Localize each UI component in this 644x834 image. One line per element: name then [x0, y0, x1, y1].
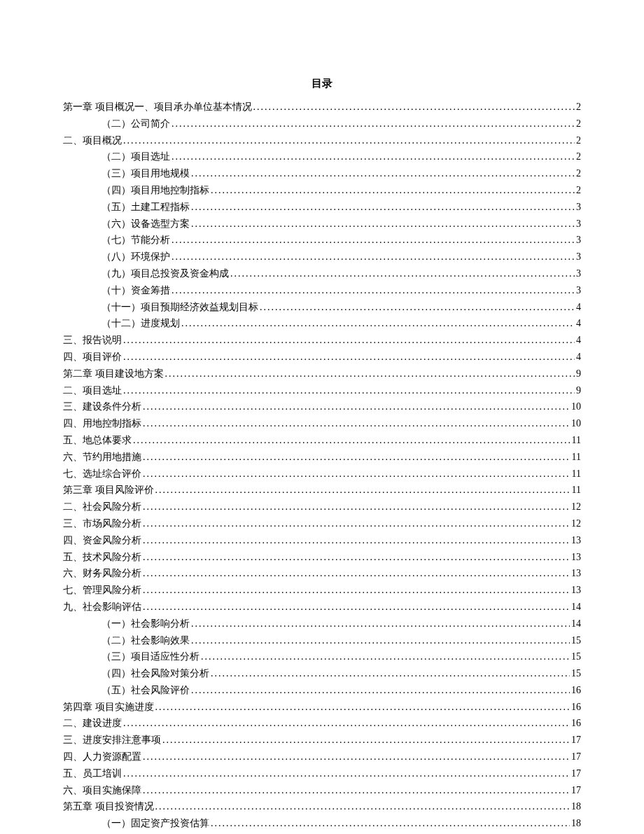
toc-entry-page: 3 — [576, 199, 581, 216]
toc-entry-label: 五、员工培训 — [63, 765, 122, 782]
toc-entry: （五）社会风险评价16 — [63, 682, 581, 699]
toc-entry: （八）环境保护3 — [63, 249, 581, 265]
toc-entry-label: （一）社会影响分析 — [102, 616, 190, 632]
toc-entry: （四）社会风险对策分析15 — [63, 665, 581, 682]
toc-entry: （二）公司简介2 — [63, 116, 581, 132]
toc-entry: 第一章 项目概况一、项目承办单位基本情况2 — [63, 99, 581, 116]
toc-entry: 六、项目实施保障17 — [63, 782, 581, 799]
toc-dots — [123, 715, 570, 732]
toc-entry-page: 2 — [576, 116, 581, 132]
toc-entry-label: （十一）项目预期经济效益规划目标 — [102, 299, 258, 316]
toc-entry: 九、社会影响评估14 — [63, 599, 581, 616]
toc-entry-label: 五、技术风险分析 — [63, 549, 141, 566]
toc-dots — [143, 582, 570, 599]
toc-entry: （十）资金筹措3 — [63, 282, 581, 299]
toc-entry-page: 16 — [571, 682, 581, 699]
toc-entry: 五、地总体要求11 — [63, 432, 581, 449]
toc-entry-label: 四、人力资源配置 — [63, 749, 141, 765]
toc-entry-page: 3 — [576, 216, 581, 232]
toc-entry-label: （十）资金筹措 — [102, 282, 170, 299]
toc-entry: （六）设备选型方案3 — [63, 216, 581, 232]
toc-dots — [155, 798, 570, 815]
toc-entry-label: （一）固定资产投资估算 — [102, 815, 209, 832]
toc-entry-page: 16 — [571, 699, 581, 716]
toc-dots — [143, 499, 570, 515]
toc-entry-page: 4 — [576, 349, 581, 366]
toc-entry-page: 15 — [571, 648, 581, 665]
toc-dots — [143, 532, 570, 549]
toc-entry-page: 12 — [571, 515, 581, 532]
toc-dots — [211, 665, 570, 682]
toc-entry: 三、市场风险分析12 — [63, 515, 581, 532]
toc-entry-label: （九）项目总投资及资金构成 — [102, 265, 229, 282]
toc-entry-label: 三、进度安排注意事项 — [63, 732, 161, 749]
toc-entry-page: 18 — [571, 798, 581, 815]
toc-entry-label: （七）节能分析 — [102, 232, 170, 249]
toc-entry-label: 四、项目评价 — [63, 349, 122, 366]
toc-entry: 二、社会风险分析12 — [63, 499, 581, 515]
toc-dots — [211, 815, 570, 832]
toc-entry: 第四章 项目实施进度16 — [63, 699, 581, 716]
toc-entry-page: 17 — [571, 765, 581, 782]
toc-entry-label: 第一章 项目概况一、项目承办单位基本情况 — [63, 99, 252, 116]
toc-entry-label: 第四章 项目实施进度 — [63, 699, 154, 716]
toc-entry-page: 11 — [572, 466, 581, 482]
toc-dots — [143, 565, 570, 582]
toc-entry-page: 13 — [571, 582, 581, 599]
toc-entry-page: 17 — [571, 732, 581, 749]
toc-entry: 二、项目概况2 — [63, 132, 581, 149]
toc-entry-page: 10 — [571, 415, 581, 432]
toc-dots — [165, 366, 575, 382]
toc-title: 目录 — [63, 77, 581, 90]
toc-entry: （一）固定资产投资估算18 — [63, 815, 581, 832]
toc-entry-label: （三）项目适应性分析 — [102, 648, 200, 665]
toc-entry-page: 17 — [571, 782, 581, 799]
toc-entry-page: 3 — [576, 232, 581, 249]
toc-entry-label: （二）公司简介 — [102, 116, 170, 132]
toc-entry-label: （四）项目用地控制指标 — [102, 182, 209, 199]
toc-entry-label: （十二）进度规划 — [102, 315, 180, 332]
toc-entry-page: 4 — [576, 332, 581, 349]
toc-dots — [133, 432, 570, 449]
toc-entry-page: 4 — [576, 299, 581, 316]
toc-entry-page: 3 — [576, 249, 581, 265]
toc-dots — [123, 132, 575, 149]
toc-entry-page: 2 — [576, 165, 581, 182]
toc-dots — [191, 682, 570, 699]
toc-entry-page: 10 — [571, 398, 581, 415]
toc-entry-page: 13 — [571, 565, 581, 582]
toc-entry-page: 11 — [572, 482, 581, 499]
toc-entry-page: 2 — [576, 99, 581, 116]
toc-entry-page: 18 — [571, 815, 581, 832]
toc-entry: （三）项目适应性分析15 — [63, 648, 581, 665]
toc-entry-label: 六、节约用地措施 — [63, 449, 141, 466]
toc-entry: 四、人力资源配置17 — [63, 749, 581, 765]
toc-entry: 第二章 项目建设地方案9 — [63, 366, 581, 382]
toc-entry: （四）项目用地控制指标2 — [63, 182, 581, 199]
toc-dots — [143, 782, 570, 799]
toc-dots — [191, 199, 575, 216]
toc-dots — [191, 632, 570, 649]
toc-entry-page: 13 — [571, 532, 581, 549]
toc-entry-label: 九、社会影响评估 — [63, 599, 141, 616]
toc-entry-label: 四、资金风险分析 — [63, 532, 141, 549]
toc-dots — [260, 299, 575, 316]
toc-dots — [201, 648, 570, 665]
toc-dots — [143, 599, 570, 616]
toc-entry-label: 第三章 项目风险评价 — [63, 482, 154, 499]
toc-entry: 二、项目选址9 — [63, 382, 581, 399]
toc-entry-label: （二）社会影响效果 — [102, 632, 190, 649]
toc-entry: （二）社会影响效果15 — [63, 632, 581, 649]
toc-dots — [181, 315, 575, 332]
toc-entry-label: 二、建设进度 — [63, 715, 122, 732]
toc-dots — [172, 148, 575, 165]
toc-entry-label: 五、地总体要求 — [63, 432, 132, 449]
toc-entry-label: （八）环境保护 — [102, 249, 170, 265]
toc-entry-page: 11 — [572, 449, 581, 466]
toc-dots — [230, 265, 575, 282]
toc-dots — [143, 449, 570, 466]
toc-entry-page: 3 — [576, 282, 581, 299]
toc-entry-label: 六、财务风险分析 — [63, 565, 141, 582]
toc-dots — [123, 332, 575, 349]
toc-entry: （十一）项目预期经济效益规划目标4 — [63, 299, 581, 316]
